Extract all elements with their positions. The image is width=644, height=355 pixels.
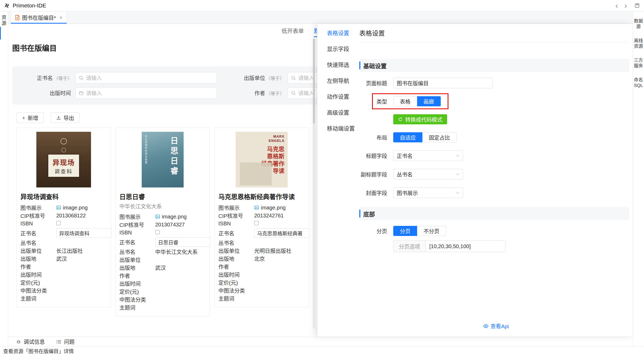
checkbox[interactable] bbox=[254, 221, 259, 225]
field-value bbox=[155, 304, 206, 310]
bookmark-icon[interactable] bbox=[634, 3, 640, 8]
export-button[interactable]: 导出 bbox=[51, 112, 80, 123]
segment-option[interactable]: 表格 bbox=[393, 96, 417, 106]
plus-icon: + bbox=[22, 115, 25, 121]
debug-info-button[interactable]: 调试信息 bbox=[16, 338, 45, 345]
field-value bbox=[56, 240, 107, 246]
gallery-card[interactable]: 长江流域的妙语与智慧 日思日睿 日思日睿 中华长江文化大系 图书展示 image… bbox=[115, 128, 210, 316]
search-input-placeholder: 请输入 bbox=[86, 74, 102, 82]
center-column: 图书在版编目* × 低开表单 默认表单 图书在版编目 bbox=[8, 11, 633, 346]
layout-label: 布局 bbox=[359, 134, 387, 141]
card-field-row: 出版时间 bbox=[218, 270, 305, 278]
title-field-select[interactable]: 正书名 bbox=[393, 150, 463, 161]
right-rail-item[interactable]: 离线资源 bbox=[633, 36, 644, 51]
list-icon bbox=[57, 340, 61, 344]
debug-bar: 调试信息 问题 bbox=[8, 337, 633, 346]
card-field-row: CIP核准号 2013074327 bbox=[119, 221, 206, 229]
settings-nav-item[interactable]: 快速筛选 bbox=[317, 60, 359, 67]
segment-option[interactable]: 固定占比 bbox=[422, 132, 457, 142]
view-api-link[interactable]: 查看Api bbox=[359, 322, 633, 330]
scrollbar-thumb[interactable] bbox=[313, 39, 315, 124]
card-field-row: 正书名 日思日睿 bbox=[119, 236, 206, 248]
paging-options-row: 分页选项 [10,20,30,50,100] bbox=[359, 240, 629, 252]
field-label: 出版时间 bbox=[218, 271, 254, 278]
card-field-row: 定价(元) bbox=[20, 278, 107, 286]
convert-to-code-button[interactable]: 转换成代码模式 bbox=[393, 114, 447, 124]
preview-tab-lowcode[interactable]: 低开表单 bbox=[282, 24, 304, 37]
field-value: 长江出版社 bbox=[56, 247, 107, 255]
card-field-row: CIP核准号 2013068122 bbox=[20, 212, 107, 220]
card-field-row: 出版单位 光明日报出版社 bbox=[218, 247, 305, 255]
settings-nav-item[interactable]: 显示字段 bbox=[317, 45, 359, 51]
search-input[interactable]: 请输入 bbox=[75, 72, 217, 84]
field-label: 作者 bbox=[218, 263, 254, 270]
settings-nav-item[interactable]: 动作设置 bbox=[317, 92, 359, 99]
search-input-icon bbox=[79, 91, 84, 95]
cover-field-select[interactable]: 图书展示 bbox=[393, 187, 463, 198]
settings-drawer: 表格设置 显示字段 快速筛选 左侧导航 动作设置 高级设置 移动端设置 表格设置… bbox=[317, 24, 633, 337]
settings-nav-item[interactable]: 表格设置 bbox=[317, 29, 359, 36]
preview-tab-default[interactable]: 默认表单 bbox=[314, 24, 317, 37]
preview-tab-label: 低开表单 bbox=[282, 27, 304, 34]
checkbox[interactable] bbox=[155, 230, 160, 234]
sidebar-item-resources[interactable]: 资源 bbox=[0, 11, 8, 26]
vertical-scrollbar[interactable] bbox=[313, 38, 315, 329]
card-field-row: 丛书名 bbox=[218, 239, 305, 247]
settings-nav-label: 表格设置 bbox=[327, 30, 349, 36]
subtitle-field-label: 副标题字段 bbox=[359, 170, 387, 178]
field-input[interactable]: 马克思恩格斯经典著 bbox=[254, 228, 309, 238]
gallery-card[interactable]: MARX ENGELS 马克思恩格斯经典著作导读 马克思恩格斯经典著作导读 图书… bbox=[214, 128, 309, 307]
settings-nav-item[interactable]: 高级设置 bbox=[317, 108, 359, 115]
field-value: 中华长江文化大系 bbox=[155, 248, 206, 256]
app-logo-icon bbox=[4, 2, 10, 9]
close-icon[interactable]: × bbox=[59, 15, 63, 21]
card-field-row: ISBN bbox=[218, 220, 305, 227]
titlebar: Primeton-IDE ‹ › bbox=[0, 0, 644, 11]
chevron-down-icon bbox=[456, 192, 460, 194]
segment-option[interactable]: 自适应 bbox=[393, 132, 422, 142]
card-field-row: 作者 bbox=[218, 262, 305, 270]
paging-options-input[interactable]: [10,20,30,50,100] bbox=[426, 241, 505, 252]
field-label: 图书展示 bbox=[20, 204, 56, 212]
card-field-row: 作者 bbox=[119, 271, 206, 279]
segment-option[interactable]: 不分页 bbox=[417, 226, 446, 236]
file-icon bbox=[15, 15, 20, 20]
add-button[interactable]: + 新增 bbox=[16, 112, 44, 123]
subtitle-field-select[interactable]: 丛书名 bbox=[393, 169, 463, 179]
book-cover: MARX ENGELS 马克思恩格斯经典著作导读 bbox=[236, 132, 288, 187]
settings-nav-label: 左侧导航 bbox=[327, 78, 349, 84]
right-rail-item[interactable]: 三方服务 bbox=[633, 55, 644, 71]
right-rail-item[interactable]: 数据源 bbox=[633, 16, 644, 32]
settings-nav-item[interactable]: 左侧导航 bbox=[317, 76, 359, 83]
card-field-row: 正书名 异现场调查科 bbox=[20, 227, 107, 239]
eye-icon bbox=[483, 324, 489, 328]
field-label: 图书展示 bbox=[119, 213, 155, 221]
segment-option[interactable]: 分页 bbox=[393, 226, 417, 236]
field-image-name: image.png bbox=[261, 205, 286, 211]
search-icon bbox=[291, 76, 296, 80]
issues-button[interactable]: 问题 bbox=[57, 338, 75, 345]
status-bar: 查看资源「图书在版编目」详情 bbox=[0, 346, 644, 355]
field-input[interactable]: 日思日睿 bbox=[155, 237, 210, 247]
book-cover: 异现场调查科 bbox=[36, 132, 91, 187]
field-value bbox=[155, 288, 206, 294]
field-label: 主题词 bbox=[20, 295, 56, 302]
image-icon bbox=[254, 205, 259, 210]
nav-back-button[interactable]: ‹ bbox=[612, 2, 621, 10]
page-title-label: 页面标题 bbox=[359, 79, 387, 87]
search-input[interactable]: 请输入 bbox=[75, 87, 217, 99]
segment-option[interactable]: 画廊 bbox=[417, 96, 441, 106]
field-value bbox=[155, 257, 206, 262]
status-text: 查看资源「图书在版编目」详情 bbox=[3, 347, 74, 354]
right-rail-item[interactable]: 命名SQL bbox=[633, 75, 644, 90]
page-title-input[interactable]: 图书在版编目 bbox=[393, 78, 493, 88]
nav-forward-button[interactable]: › bbox=[621, 2, 630, 10]
field-label: ISBN bbox=[218, 221, 254, 227]
checkbox[interactable] bbox=[56, 221, 61, 225]
settings-nav-item[interactable]: 移动端设置 bbox=[317, 124, 359, 131]
field-input[interactable]: 异现场调查科 bbox=[56, 228, 111, 238]
field-label: 正书名 bbox=[20, 229, 56, 237]
gallery-card[interactable]: 异现场调查科 异现场调查科 图书展示 image.png CIP核准号 2013… bbox=[16, 128, 111, 307]
card-field-row: 丛书名 中华长江文化大系 bbox=[119, 248, 206, 256]
editor-tab-book-catalog[interactable]: 图书在版编目* × bbox=[11, 11, 67, 24]
